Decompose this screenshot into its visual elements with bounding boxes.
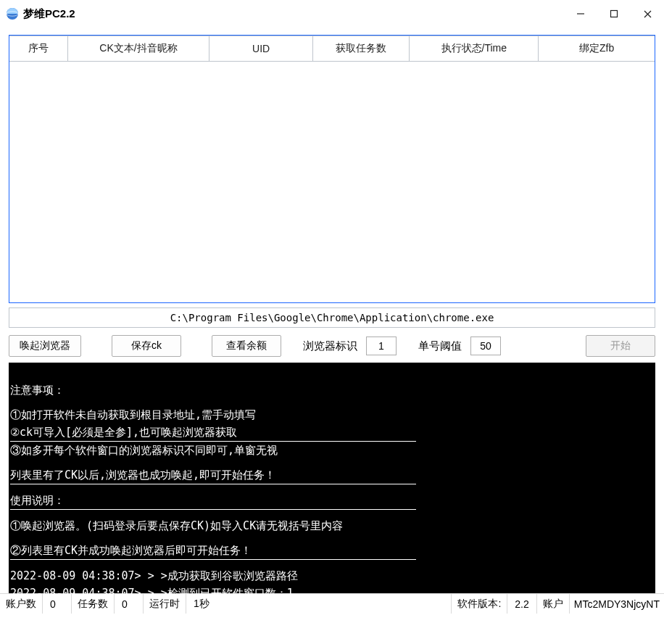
- browser-tag-input[interactable]: [366, 337, 397, 355]
- svg-rect-3: [611, 11, 618, 17]
- app-icon: [6, 7, 19, 20]
- log-line: 2022-08-09 04:38:07> > >成功获取到谷歌浏览器路径: [10, 569, 298, 582]
- status-bar: 账户数 0 任务数 0 运行时 1秒 软件版本: 2.2 账户 MTc2MDY3…: [0, 593, 664, 614]
- status-runtime: 1秒: [186, 594, 452, 614]
- data-table[interactable]: 序号 CK文本/抖音昵称 UID 获取任务数 执行状态/Time 绑定Zfb: [9, 35, 655, 303]
- status-version: 2.2: [507, 594, 536, 614]
- status-account-label: 账户: [537, 594, 570, 614]
- start-button[interactable]: 开始: [586, 335, 655, 357]
- col-bind-zfb[interactable]: 绑定Zfb: [539, 36, 655, 62]
- browser-tag-label: 浏览器标识: [303, 339, 357, 353]
- status-account-count: 0: [43, 594, 72, 614]
- col-uid[interactable]: UID: [209, 36, 312, 62]
- log-line: ③如多开每个软件窗口的浏览器标识不同即可,单窗无视: [10, 444, 278, 457]
- log-line: 注意事项：: [10, 384, 65, 397]
- close-button[interactable]: [631, 2, 664, 25]
- col-task-count[interactable]: 获取任务数: [312, 36, 410, 62]
- log-console[interactable]: 注意事项： ①如打开软件未自动获取到根目录地址,需手动填写 ②ck可导入[必须是…: [9, 363, 655, 593]
- log-line: ①唤起浏览器。(扫码登录后要点保存CK)如导入CK请无视括号里内容: [10, 519, 343, 532]
- log-line: ①如打开软件未自动获取到根目录地址,需手动填写: [10, 408, 256, 421]
- status-task-count-label: 任务数: [72, 594, 115, 614]
- threshold-input[interactable]: [470, 337, 501, 355]
- window-title: 梦维PC2.2: [23, 7, 75, 21]
- log-line: ②ck可导入[必须是全参],也可唤起浏览器获取: [10, 426, 237, 439]
- check-balance-button[interactable]: 查看余额: [212, 335, 281, 357]
- status-account-count-label: 账户数: [0, 594, 43, 614]
- chrome-path-input[interactable]: C:\Program Files\Google\Chrome\Applicati…: [9, 307, 655, 328]
- log-line: 使用说明：: [10, 494, 65, 507]
- log-line: ②列表里有CK并成功唤起浏览器后即可开始任务！: [10, 544, 252, 557]
- titlebar: 梦维PC2.2: [0, 0, 664, 28]
- maximize-button[interactable]: [597, 2, 631, 25]
- col-exec-status[interactable]: 执行状态/Time: [410, 36, 539, 62]
- log-line: 列表里有了CK以后,浏览器也成功唤起,即可开始任务！: [10, 468, 275, 482]
- threshold-label: 单号阈值: [418, 339, 462, 353]
- status-task-count: 0: [115, 594, 144, 614]
- minimize-button[interactable]: [564, 2, 597, 25]
- status-version-label: 软件版本:: [452, 594, 507, 614]
- controls-row: 唤起浏览器 保存ck 查看余额 浏览器标识 单号阈值 开始: [9, 335, 655, 357]
- col-index[interactable]: 序号: [9, 36, 67, 62]
- col-ck-nickname[interactable]: CK文本/抖音昵称: [67, 36, 209, 62]
- wake-browser-button[interactable]: 唤起浏览器: [9, 335, 81, 357]
- status-account-id: MTc2MDY3NjcyNT: [570, 598, 664, 610]
- save-ck-button[interactable]: 保存ck: [112, 335, 181, 357]
- status-runtime-label: 运行时: [144, 594, 186, 614]
